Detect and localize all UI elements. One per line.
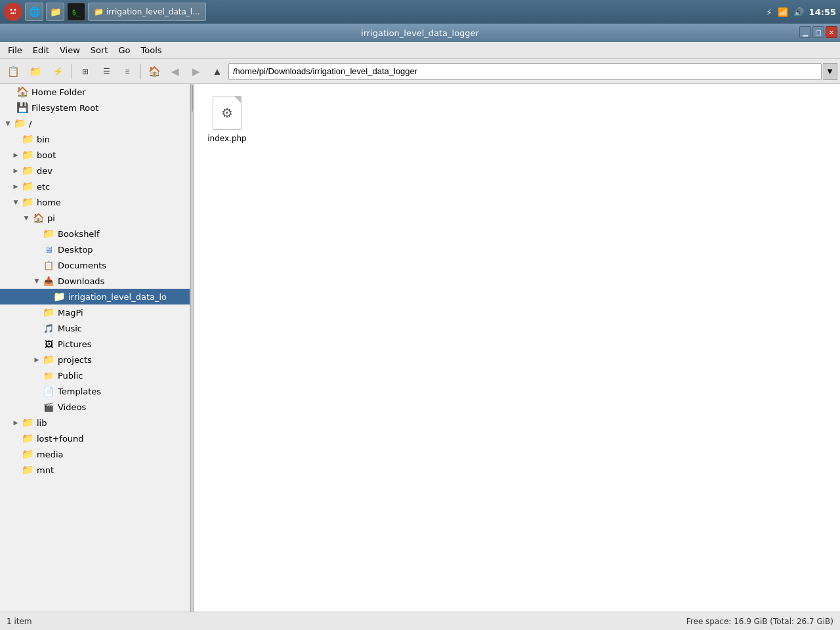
expander-etc[interactable]: ▶ xyxy=(10,181,21,192)
sidebar: 🏠 Home Folder 💾 Filesystem Root ▼ 📁 / 📁 … xyxy=(0,84,190,612)
list-view-button[interactable]: ≡ xyxy=(117,62,137,81)
sidebar-item-pictures[interactable]: 🖼 Pictures xyxy=(0,336,190,352)
sidebar-item-magpi[interactable]: 📁 MagPi xyxy=(0,304,190,320)
sidebar-item-pi[interactable]: ▼ 🏠 pi xyxy=(0,210,190,226)
expander-boot[interactable]: ▶ xyxy=(10,150,21,160)
address-bar[interactable] xyxy=(228,63,822,80)
sidebar-label-bookshelf: Bookshelf xyxy=(58,229,100,239)
sidebar-item-bin[interactable]: 📁 bin xyxy=(0,131,190,147)
sidebar-item-media[interactable]: 📁 media xyxy=(0,446,190,462)
sidebar-item-lib[interactable]: ▶ 📁 lib xyxy=(0,415,190,430)
expander-downloads[interactable]: ▼ xyxy=(32,276,42,286)
expander-lib[interactable]: ▶ xyxy=(10,417,21,428)
back-button[interactable]: ◀ xyxy=(165,62,185,81)
taskbar: 🌐 📁 $_ 📁 irrigation_level_data_l... ⚡ 📶 … xyxy=(0,0,840,24)
folder-icon-mnt: 📁 xyxy=(21,465,34,475)
folder-icon-etc: 📁 xyxy=(21,181,34,192)
sidebar-item-lost-found[interactable]: 📁 lost+found xyxy=(0,430,190,446)
sidebar-item-home-folder[interactable]: 🏠 Home Folder xyxy=(0,84,190,100)
sidebar-item-bookshelf[interactable]: 📁 Bookshelf xyxy=(0,226,190,242)
folder-icon-bookshelf: 📁 xyxy=(42,228,55,239)
menu-tools[interactable]: Tools xyxy=(136,43,167,57)
php-file-icon: ⚙ xyxy=(213,96,242,130)
menu-view[interactable]: View xyxy=(54,43,85,57)
svg-point-5 xyxy=(14,12,16,14)
expander-dev[interactable]: ▶ xyxy=(10,165,21,176)
home-folder-icon: 🏠 xyxy=(16,87,29,97)
sidebar-label-bin: bin xyxy=(37,135,50,144)
folder-icon-projects: 📁 xyxy=(42,354,55,365)
sidebar-label-pictures: Pictures xyxy=(58,339,91,349)
sidebar-label-irrigation: irrigation_level_data_lo xyxy=(68,292,167,302)
sidebar-label-documents: Documents xyxy=(58,261,106,270)
sidebar-item-etc[interactable]: ▶ 📁 etc xyxy=(0,178,190,194)
main-area: 🏠 Home Folder 💾 Filesystem Root ▼ 📁 / 📁 … xyxy=(0,84,840,612)
new-folder-button[interactable]: 📋 xyxy=(3,62,24,81)
sidebar-label-etc: etc xyxy=(37,182,50,192)
svg-point-2 xyxy=(14,9,16,11)
sidebar-item-filesystem-root[interactable]: 💾 Filesystem Root xyxy=(0,100,190,116)
close-button[interactable]: ✕ xyxy=(826,26,837,38)
sidebar-item-desktop[interactable]: 🖥 Desktop xyxy=(0,242,190,257)
svg-point-3 xyxy=(12,12,14,14)
sidebar-item-dev[interactable]: ▶ 📁 dev xyxy=(0,163,190,178)
folder-icon-templates: 📄 xyxy=(42,386,55,396)
sidebar-item-irrigation[interactable]: 📁 irrigation_level_data_lo xyxy=(0,289,190,304)
folder-icon-root: 📁 xyxy=(13,118,26,129)
terminal-icon[interactable]: $_ xyxy=(67,3,85,21)
sidebar-item-videos[interactable]: 🎬 Videos xyxy=(0,399,190,415)
folder-icon-pi: 🏠 xyxy=(32,213,45,223)
sidebar-item-music[interactable]: 🎵 Music xyxy=(0,320,190,336)
folder-icon-lost-found: 📁 xyxy=(21,433,34,444)
sidebar-label-dev: dev xyxy=(37,166,52,176)
compact-view-button[interactable]: ☰ xyxy=(96,62,116,81)
sidebar-item-home[interactable]: ▼ 📁 home xyxy=(0,194,190,210)
minimize-button[interactable]: ▁ xyxy=(799,26,811,38)
folder-icon-home: 📁 xyxy=(21,197,34,207)
sidebar-item-documents[interactable]: 📋 Documents xyxy=(0,257,190,273)
expander-home[interactable]: ▼ xyxy=(10,197,21,207)
sidebar-item-projects[interactable]: ▶ 📁 projects xyxy=(0,352,190,368)
file-item-index-php[interactable]: ⚙ index.php xyxy=(201,91,253,147)
folder-icon[interactable]: 📁 xyxy=(46,3,64,21)
window-title: irrigation_level_data_logger xyxy=(361,28,479,38)
menu-go[interactable]: Go xyxy=(113,43,135,57)
sidebar-item-downloads[interactable]: ▼ 📥 Downloads xyxy=(0,273,190,289)
globe-icon[interactable]: 🌐 xyxy=(25,3,43,21)
forward-button[interactable]: ▶ xyxy=(186,62,206,81)
window-button[interactable]: 📁 irrigation_level_data_l... xyxy=(88,3,206,21)
open-location-button[interactable]: 📁 xyxy=(25,62,46,81)
icon-view-button[interactable]: ⊞ xyxy=(75,62,95,81)
expander-projects[interactable]: ▶ xyxy=(32,354,42,365)
sidebar-label-pi: pi xyxy=(47,213,55,223)
sidebar-label-lib: lib xyxy=(37,418,47,428)
up-button[interactable]: ▲ xyxy=(207,62,227,81)
menu-edit[interactable]: Edit xyxy=(28,43,54,57)
expander-pi[interactable]: ▼ xyxy=(21,213,32,223)
folder-icon-magpi: 📁 xyxy=(42,307,55,318)
sidebar-item-public[interactable]: 📁 Public xyxy=(0,368,190,383)
address-dropdown[interactable]: ▼ xyxy=(823,63,837,80)
sidebar-label-templates: Templates xyxy=(58,387,101,396)
sidebar-label-boot: boot xyxy=(37,150,56,160)
menu-sort[interactable]: Sort xyxy=(85,43,114,57)
sidebar-item-templates[interactable]: 📄 Templates xyxy=(0,383,190,399)
sidebar-item-root[interactable]: ▼ 📁 / xyxy=(0,116,190,131)
sidebar-item-mnt[interactable]: 📁 mnt xyxy=(0,462,190,478)
folder-icon-irrigation: 📁 xyxy=(52,291,66,302)
titlebar: irrigation_level_data_logger ▁ □ ✕ xyxy=(0,24,840,42)
sidebar-item-boot[interactable]: ▶ 📁 boot xyxy=(0,147,190,163)
expander-root[interactable]: ▼ xyxy=(3,118,13,129)
sidebar-label-projects: projects xyxy=(58,355,92,365)
sidebar-label-lost-found: lost+found xyxy=(37,434,84,444)
item-count: 1 item xyxy=(7,617,32,626)
filesystem-root-icon: 💾 xyxy=(16,102,29,113)
sidebar-label-magpi: MagPi xyxy=(58,308,83,318)
menu-file[interactable]: File xyxy=(3,43,28,57)
home-button[interactable]: 🏠 xyxy=(144,62,164,81)
window-controls: ▁ □ ✕ xyxy=(799,26,837,38)
bookmark-button[interactable]: ⚡ xyxy=(47,62,68,81)
maximize-button[interactable]: □ xyxy=(812,26,824,38)
raspberry-menu-icon[interactable] xyxy=(4,3,22,21)
toolbar-sep-1 xyxy=(72,64,72,79)
